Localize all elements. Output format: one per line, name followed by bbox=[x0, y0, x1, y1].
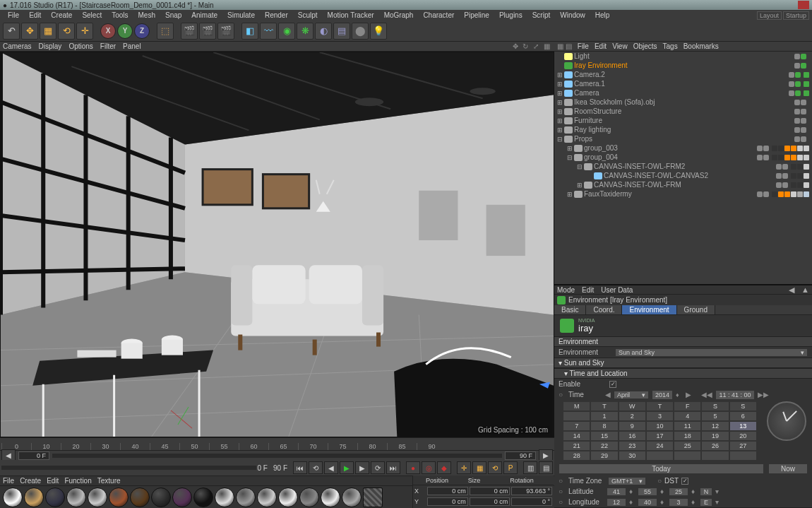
lon-deg[interactable]: 12 bbox=[607, 498, 626, 507]
menu-help[interactable]: Help bbox=[590, 11, 615, 19]
tag-icon[interactable] bbox=[791, 155, 796, 160]
object-name[interactable]: CANVAS-INSET-OWL-CANVAS2 bbox=[604, 172, 776, 179]
tag-icon[interactable] bbox=[772, 146, 777, 151]
object-name[interactable]: group_004 bbox=[584, 153, 757, 161]
today-button[interactable]: Today bbox=[559, 463, 764, 474]
menu-select[interactable]: Select bbox=[77, 11, 107, 19]
tz-dropdown[interactable]: GMT+1▾ bbox=[608, 477, 646, 485]
om-icons[interactable]: ▦ ▤ bbox=[557, 42, 572, 50]
month-dropdown[interactable]: April▾ bbox=[614, 391, 649, 399]
rotate-tool-icon[interactable]: ⟲ bbox=[58, 23, 75, 40]
visibility-dot[interactable] bbox=[794, 127, 800, 133]
year-field[interactable]: 2014 bbox=[652, 390, 673, 400]
frame-current[interactable]: 0 F bbox=[258, 464, 268, 472]
material-ball[interactable] bbox=[172, 488, 192, 507]
expand-icon[interactable]: ⊞ bbox=[567, 191, 574, 198]
viewport[interactable]: Grid Spacing : 100 cm bbox=[0, 52, 554, 437]
cal-day[interactable]: 12 bbox=[701, 421, 729, 431]
visibility-dot[interactable] bbox=[795, 81, 801, 87]
tag-icon[interactable] bbox=[804, 81, 809, 87]
generator-icon[interactable]: ◉ bbox=[278, 23, 295, 40]
material-ball[interactable] bbox=[66, 488, 86, 507]
timeloc-section[interactable]: ▾ Time and Location bbox=[554, 368, 812, 379]
vp-nav-2-icon[interactable]: ↻ bbox=[521, 42, 530, 50]
expand-icon[interactable]: ⊟ bbox=[577, 163, 584, 170]
tag-icon[interactable] bbox=[797, 173, 803, 179]
coord-x-pos[interactable]: 0 cm bbox=[427, 487, 468, 495]
expand-icon[interactable]: ⊞ bbox=[557, 117, 564, 124]
object-row[interactable]: ⊞Camera.1 bbox=[554, 79, 812, 88]
cal-day[interactable]: 23 bbox=[619, 441, 646, 451]
visibility-dot[interactable] bbox=[789, 90, 794, 96]
tag-icon[interactable] bbox=[791, 191, 796, 197]
tag-icon[interactable] bbox=[797, 182, 803, 188]
visibility-dot[interactable] bbox=[757, 155, 763, 160]
object-name[interactable]: CANVAS-INSET-OWL-FRM bbox=[594, 181, 776, 189]
enable-checkbox[interactable]: ✓ bbox=[609, 381, 616, 388]
goto-end-icon[interactable]: ⏭ bbox=[386, 461, 400, 474]
vp-options[interactable]: Options bbox=[68, 42, 92, 50]
coord-x-size[interactable]: 0 cm bbox=[470, 487, 511, 495]
menu-sculpt[interactable]: Sculpt bbox=[293, 11, 323, 19]
cal-day[interactable]: 19 bbox=[701, 431, 729, 441]
cal-day[interactable] bbox=[563, 411, 590, 421]
om-objects[interactable]: Objects bbox=[633, 42, 657, 50]
cal-day[interactable]: 6 bbox=[729, 411, 757, 421]
time-field[interactable]: 11 : 41 : 00 bbox=[715, 390, 755, 400]
cal-day[interactable]: 25 bbox=[674, 441, 701, 451]
cal-day[interactable]: 4 bbox=[674, 411, 701, 421]
cal-day[interactable]: 29 bbox=[590, 451, 618, 461]
cal-day[interactable] bbox=[674, 451, 701, 461]
expand-icon[interactable]: ⊞ bbox=[557, 81, 564, 88]
visibility-dot[interactable] bbox=[794, 109, 800, 114]
object-name[interactable]: Light bbox=[574, 52, 794, 60]
object-name[interactable]: CANVAS-INSET-OWL-FRM2 bbox=[594, 163, 776, 170]
expand-icon[interactable]: ⊞ bbox=[567, 145, 574, 152]
object-row[interactable]: CANVAS-INSET-OWL-CANVAS2 bbox=[554, 171, 812, 180]
visibility-dot[interactable] bbox=[794, 136, 800, 142]
opt4-icon[interactable]: P bbox=[503, 461, 518, 474]
am-userdata[interactable]: User Data bbox=[601, 286, 633, 294]
menu-create[interactable]: Create bbox=[46, 11, 77, 19]
tag-icon[interactable] bbox=[791, 182, 796, 188]
visibility-dot[interactable] bbox=[794, 118, 800, 124]
cal-day[interactable] bbox=[646, 451, 674, 461]
object-name[interactable]: Ikea Stockholm (Sofa).obj bbox=[574, 98, 794, 106]
lon-dir[interactable]: E bbox=[700, 498, 712, 507]
step-fwd-icon[interactable]: ⟳ bbox=[371, 461, 385, 474]
object-row[interactable]: ⊞Ikea Stockholm (Sofa).obj bbox=[554, 98, 812, 107]
material-ball[interactable] bbox=[215, 488, 234, 507]
tag-icon[interactable] bbox=[778, 155, 784, 160]
cal-day[interactable]: 2 bbox=[619, 411, 646, 421]
vp-nav-4-icon[interactable]: ▦ bbox=[542, 42, 551, 50]
am-mode[interactable]: Mode bbox=[557, 286, 575, 294]
expand-icon[interactable]: ⊞ bbox=[557, 99, 564, 106]
menu-pipeline[interactable]: Pipeline bbox=[459, 11, 494, 19]
coord-y-pos[interactable]: 0 cm bbox=[427, 497, 468, 506]
tag-icon[interactable] bbox=[804, 173, 809, 179]
scale-tool-icon[interactable]: ✛ bbox=[76, 23, 93, 40]
tag-icon[interactable] bbox=[791, 173, 796, 179]
visibility-dot[interactable] bbox=[763, 155, 769, 160]
expand-icon[interactable]: ⊞ bbox=[557, 108, 564, 115]
material-hatch[interactable] bbox=[363, 488, 383, 507]
om-edit[interactable]: Edit bbox=[595, 42, 607, 50]
visibility-dot[interactable] bbox=[795, 72, 801, 78]
opt2-icon[interactable]: ▦ bbox=[472, 461, 486, 474]
menu-render[interactable]: Render bbox=[260, 11, 293, 19]
object-row[interactable]: ⊞Camera bbox=[554, 88, 812, 98]
material-ball[interactable] bbox=[24, 488, 44, 507]
object-row[interactable]: ⊞Camera.2 bbox=[554, 70, 812, 79]
menu-file[interactable]: File bbox=[3, 11, 24, 19]
dst-checkbox[interactable]: ✓ bbox=[681, 478, 688, 485]
menu-tools[interactable]: Tools bbox=[107, 11, 133, 19]
mat-create[interactable]: Create bbox=[20, 477, 41, 485]
tag-icon[interactable] bbox=[791, 164, 796, 170]
lat-sec[interactable]: 25 bbox=[669, 488, 688, 496]
playback-scrub[interactable] bbox=[1, 466, 256, 470]
goto-start-icon[interactable]: ⏮ bbox=[293, 461, 307, 474]
tag-icon[interactable] bbox=[784, 155, 790, 160]
am-edit[interactable]: Edit bbox=[582, 286, 594, 294]
cal-day[interactable]: 17 bbox=[646, 431, 674, 441]
visibility-dot[interactable] bbox=[789, 72, 794, 78]
